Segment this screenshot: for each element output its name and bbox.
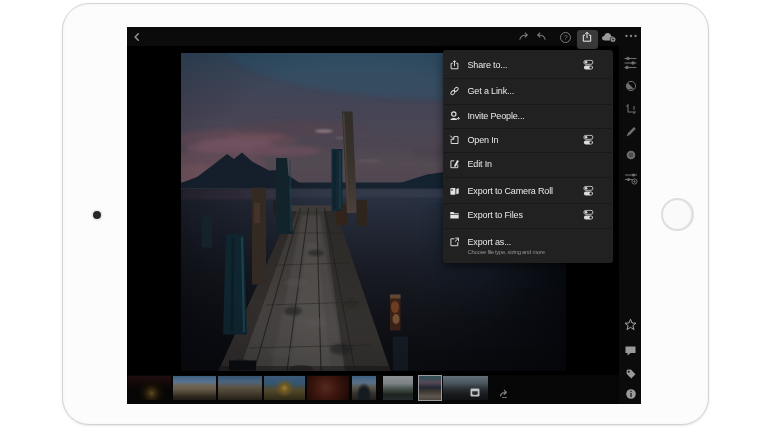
svg-text:?: ? bbox=[563, 33, 567, 42]
